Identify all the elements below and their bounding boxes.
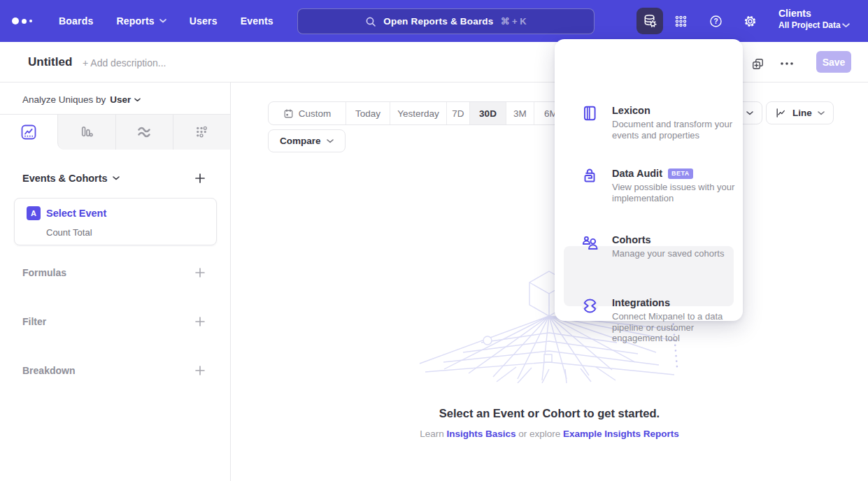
date-range-30d-selected[interactable]: 30D — [469, 102, 506, 124]
date-range-today[interactable]: Today — [346, 102, 390, 124]
date-range-custom[interactable]: Custom — [269, 102, 346, 124]
menu-item-lexicon[interactable]: Lexicon Document and transform your even… — [555, 103, 743, 140]
chevron-down-icon — [113, 176, 120, 180]
formulas-section-label: Formulas — [22, 267, 66, 278]
database-gear-icon — [642, 13, 657, 29]
help-circle-icon: ? — [709, 14, 723, 29]
beta-badge: BETA — [668, 168, 693, 179]
nav-item-reports[interactable]: Reports — [116, 15, 166, 27]
add-formula-button[interactable] — [194, 267, 206, 278]
people-icon — [580, 233, 599, 252]
book-icon — [580, 103, 599, 123]
chevron-down-icon — [818, 111, 825, 115]
project-selector[interactable]: Clients All Project Data — [778, 8, 841, 30]
menu-item-cohorts[interactable]: Cohorts Manage your saved cohorts — [555, 233, 743, 261]
project-scope: All Project Data — [778, 20, 841, 30]
report-title[interactable]: Untitled — [28, 55, 72, 69]
search-icon — [365, 16, 376, 27]
chevron-down-icon — [159, 19, 166, 23]
example-insights-reports-link[interactable]: Example Insights Reports — [563, 429, 679, 439]
date-range-7d[interactable]: 7D — [446, 102, 469, 124]
data-management-button[interactable] — [636, 8, 663, 34]
chevron-down-icon — [327, 139, 334, 143]
bar-chart-icon — [78, 124, 94, 141]
date-range-yesterday[interactable]: Yesterday — [390, 102, 446, 124]
insights-basics-link[interactable]: Insights Basics — [446, 429, 515, 439]
sync-icon — [580, 296, 599, 315]
filter-section-label: Filter — [22, 316, 46, 327]
search-shortcut: ⌘ + K — [501, 16, 527, 27]
data-management-menu: Lexicon Document and transform your even… — [555, 39, 743, 321]
tab-flow-chart[interactable] — [115, 115, 173, 150]
help-button[interactable]: ? — [702, 8, 729, 34]
flow-chart-icon — [136, 124, 152, 141]
analyze-uniques-row: Analyze Uniques by User — [22, 94, 141, 105]
select-event-button[interactable]: Select Event — [46, 208, 106, 219]
duplicate-icon — [751, 57, 764, 71]
line-style-icon — [775, 107, 787, 119]
primary-nav: Boards Reports Users Events — [59, 0, 273, 42]
chart-type-tabbar — [0, 114, 230, 149]
ellipsis-icon — [780, 62, 794, 66]
global-search-input[interactable]: Open Reports & Boards ⌘ + K — [297, 8, 595, 34]
query-sidebar: Analyze Uniques by User — [0, 82, 231, 481]
svg-text:?: ? — [713, 17, 718, 25]
tab-scatter-chart[interactable] — [173, 115, 230, 150]
search-placeholder: Open Reports & Boards — [383, 16, 493, 27]
tab-line-chart[interactable] — [0, 115, 57, 150]
duplicate-button[interactable] — [749, 55, 766, 72]
audit-lock-icon — [580, 166, 599, 186]
chevron-down-icon[interactable] — [842, 18, 850, 31]
top-navbar: Boards Reports Users Events Open Reports… — [0, 0, 868, 42]
menu-item-integrations[interactable]: Integrations Connect Mixpanel to a data … — [555, 296, 743, 342]
tab-bar-chart[interactable] — [57, 115, 115, 150]
gear-icon — [743, 14, 757, 29]
event-row-card[interactable]: A Select Event Count Total — [14, 198, 217, 245]
event-aggregation-dropdown[interactable]: Count Total — [46, 227, 92, 238]
save-button[interactable]: Save — [816, 51, 851, 73]
nav-item-events[interactable]: Events — [241, 15, 273, 27]
line-chart-icon — [20, 124, 37, 141]
apps-grid-icon — [674, 15, 688, 28]
scatter-chart-icon — [194, 124, 210, 141]
analyze-label: Analyze Uniques by — [22, 94, 106, 105]
empty-state-title: Select an Event or Cohort to get started… — [231, 407, 868, 420]
analyze-value-dropdown[interactable]: User — [110, 94, 141, 105]
chevron-down-icon — [746, 111, 753, 115]
chevron-down-icon — [134, 98, 141, 102]
compare-dropdown[interactable]: Compare — [268, 129, 346, 152]
date-range-segmented-control: Custom Today Yesterday 7D 30D 3M 6M — [268, 101, 568, 125]
nav-item-boards[interactable]: Boards — [59, 15, 93, 27]
menu-item-data-audit[interactable]: Data Audit BETA View possible issues wit… — [555, 166, 743, 208]
events-cohorts-header[interactable]: Events & Cohorts — [22, 173, 120, 184]
add-event-button[interactable] — [194, 173, 206, 184]
calendar-icon — [283, 108, 294, 119]
chart-style-dropdown[interactable]: Line — [766, 101, 834, 124]
event-series-badge: A — [27, 206, 41, 220]
apps-grid-button[interactable] — [667, 8, 694, 34]
mixpanel-logo-icon[interactable] — [12, 0, 32, 42]
breakdown-section-label: Breakdown — [22, 365, 75, 376]
report-description-placeholder[interactable]: + Add description... — [83, 57, 166, 69]
nav-item-users[interactable]: Users — [190, 15, 218, 27]
date-range-3m[interactable]: 3M — [506, 102, 534, 124]
add-filter-button[interactable] — [194, 316, 206, 327]
more-menu-button[interactable] — [778, 55, 795, 72]
settings-button[interactable] — [737, 8, 763, 34]
empty-state-subtitle: Learn Insights Basics or explore Example… — [231, 429, 868, 439]
project-name: Clients — [778, 8, 841, 19]
add-breakdown-button[interactable] — [194, 365, 206, 376]
